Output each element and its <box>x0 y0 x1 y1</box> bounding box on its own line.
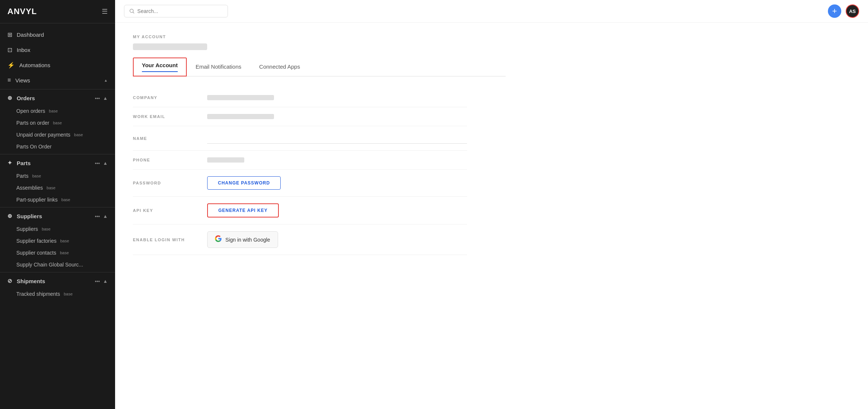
field-label-phone: PHONE <box>133 158 192 162</box>
sidebar-section-shipments: ⊘ Shipments ••• ▲ Tracked shipments base <box>0 274 115 300</box>
orders-icon: ⊛ <box>7 95 12 101</box>
hamburger-icon[interactable]: ☰ <box>102 7 108 16</box>
field-value-work-email <box>207 114 467 119</box>
sub-item-label: Unpaid order payments <box>16 132 71 138</box>
sidebar-item-unpaid-order-payments[interactable]: Unpaid order payments base <box>0 129 115 141</box>
topbar: + AS <box>115 0 868 23</box>
my-account-label: MY ACCOUNT <box>133 35 506 39</box>
shipments-section-icon: ⊘ <box>7 278 12 284</box>
sub-item-label: Assemblies <box>16 185 43 191</box>
sub-item-label: Suppliers <box>16 226 38 232</box>
section-label: Orders <box>17 95 35 101</box>
google-icon <box>215 235 222 244</box>
sidebar-section-header-suppliers[interactable]: ⊕ Suppliers ••• ▲ <box>0 209 115 223</box>
sidebar-item-dashboard[interactable]: ⊞ Dashboard <box>0 27 115 42</box>
tab-email-notifications[interactable]: Email Notifications <box>187 59 250 75</box>
sidebar-item-views[interactable]: ≡ Views ▲ <box>0 73 115 88</box>
sidebar: ANVYL ☰ ⊞ Dashboard ⊡ Inbox ⚡ Automation… <box>0 0 115 409</box>
form-row-api-key: API KEY GENERATE API KEY <box>133 197 467 225</box>
name-input[interactable] <box>207 133 467 144</box>
tab-label: Your Account <box>142 62 178 68</box>
sidebar-divider <box>0 89 115 89</box>
sidebar-item-parts[interactable]: Parts base <box>0 170 115 182</box>
sub-item-label: Parts On Order <box>16 144 52 150</box>
suppliers-more-icon[interactable]: ••• <box>95 213 100 219</box>
search-box[interactable] <box>124 5 228 17</box>
field-label-work-email: WORK EMAIL <box>133 114 192 119</box>
svg-line-1 <box>133 12 134 13</box>
sidebar-item-suppliers[interactable]: Suppliers base <box>0 223 115 235</box>
sidebar-item-assemblies[interactable]: Assemblies base <box>0 182 115 194</box>
form-row-name: NAME <box>133 126 467 151</box>
search-input[interactable] <box>137 8 222 14</box>
tab-connected-apps[interactable]: Connected Apps <box>250 59 309 75</box>
parts-more-icon[interactable]: ••• <box>95 160 100 166</box>
sub-item-badge: base <box>74 132 83 137</box>
sign-in-with-google-button[interactable]: Sign in with Google <box>207 231 278 248</box>
field-value-password: CHANGE PASSWORD <box>207 176 467 190</box>
sidebar-section-parts: ✦ Parts ••• ▲ Parts base Assemblies base… <box>0 156 115 206</box>
sub-item-label: Supply Chain Global Sourc... <box>16 262 83 268</box>
parts-collapse-icon[interactable]: ▲ <box>103 160 108 166</box>
section-label: Suppliers <box>17 213 42 219</box>
sidebar-item-tracked-shipments[interactable]: Tracked shipments base <box>0 288 115 300</box>
sidebar-item-label: Dashboard <box>17 32 44 38</box>
tab-label: Connected Apps <box>259 63 300 70</box>
field-label-password: PASSWORD <box>133 181 192 185</box>
sidebar-item-parts-on-order[interactable]: Parts on order base <box>0 117 115 129</box>
sub-item-label: Tracked shipments <box>16 291 60 297</box>
add-button[interactable]: + <box>828 4 841 18</box>
sidebar-item-automations[interactable]: ⚡ Automations <box>0 58 115 73</box>
account-name-placeholder <box>133 43 207 50</box>
sidebar-nav: ⊞ Dashboard ⊡ Inbox ⚡ Automations ≡ View… <box>0 23 115 304</box>
sidebar-item-supplier-factories[interactable]: Supplier factories base <box>0 235 115 247</box>
sub-item-label: Supplier factories <box>16 238 56 244</box>
company-placeholder <box>207 95 274 100</box>
app-logo: ANVYL <box>7 7 37 16</box>
sidebar-item-label: Automations <box>19 62 50 68</box>
email-placeholder <box>207 114 274 119</box>
sub-item-badge: base <box>47 186 56 190</box>
shipments-collapse-icon[interactable]: ▲ <box>103 278 108 284</box>
sidebar-item-parts-on-order-2[interactable]: Parts On Order <box>0 141 115 153</box>
generate-api-key-button[interactable]: GENERATE API KEY <box>207 203 279 217</box>
change-password-button[interactable]: CHANGE PASSWORD <box>207 176 281 190</box>
sidebar-section-header-orders[interactable]: ⊛ Orders ••• ▲ <box>0 91 115 105</box>
sub-item-badge: base <box>53 121 62 125</box>
account-form: COMPANY WORK EMAIL NAME <box>133 88 467 255</box>
sidebar-section-header-parts[interactable]: ✦ Parts ••• ▲ <box>0 156 115 170</box>
sub-item-label: Parts <box>16 173 29 179</box>
inbox-icon: ⊡ <box>7 46 12 53</box>
sidebar-section-suppliers: ⊕ Suppliers ••• ▲ Suppliers base Supplie… <box>0 209 115 271</box>
field-value-enable-login: Sign in with Google <box>207 231 467 248</box>
google-btn-label: Sign in with Google <box>225 237 270 243</box>
section-label: Shipments <box>17 278 45 284</box>
suppliers-collapse-icon[interactable]: ▲ <box>103 213 108 219</box>
sub-item-label: Open orders <box>16 108 45 114</box>
sub-item-badge: base <box>42 227 50 231</box>
tab-your-account[interactable]: Your Account <box>133 58 187 76</box>
automations-icon: ⚡ <box>7 62 15 69</box>
topbar-right: + AS <box>828 4 859 18</box>
tab-underline <box>142 71 178 72</box>
sidebar-item-supply-chain-global[interactable]: Supply Chain Global Sourc... <box>0 259 115 271</box>
phone-placeholder <box>207 157 244 163</box>
orders-collapse-icon[interactable]: ▲ <box>103 95 108 101</box>
sidebar-item-inbox[interactable]: ⊡ Inbox <box>0 42 115 58</box>
sidebar-divider-3 <box>0 207 115 207</box>
views-collapse-icon: ▲ <box>104 78 108 82</box>
sidebar-item-part-supplier-links[interactable]: Part-supplier links base <box>0 194 115 206</box>
avatar-button[interactable]: AS <box>846 4 859 18</box>
sidebar-item-open-orders[interactable]: Open orders base <box>0 105 115 117</box>
sub-item-badge: base <box>64 292 73 296</box>
sub-item-label: Part-supplier links <box>16 197 58 203</box>
orders-more-icon[interactable]: ••• <box>95 95 100 101</box>
sidebar-section-header-shipments[interactable]: ⊘ Shipments ••• ▲ <box>0 274 115 288</box>
field-value-company <box>207 95 467 100</box>
sidebar-item-supplier-contacts[interactable]: Supplier contacts base <box>0 247 115 259</box>
form-row-work-email: WORK EMAIL <box>133 107 467 126</box>
sub-item-badge: base <box>61 197 70 202</box>
field-value-name <box>207 133 467 144</box>
shipments-more-icon[interactable]: ••• <box>95 278 100 284</box>
section-label: Parts <box>17 160 31 166</box>
